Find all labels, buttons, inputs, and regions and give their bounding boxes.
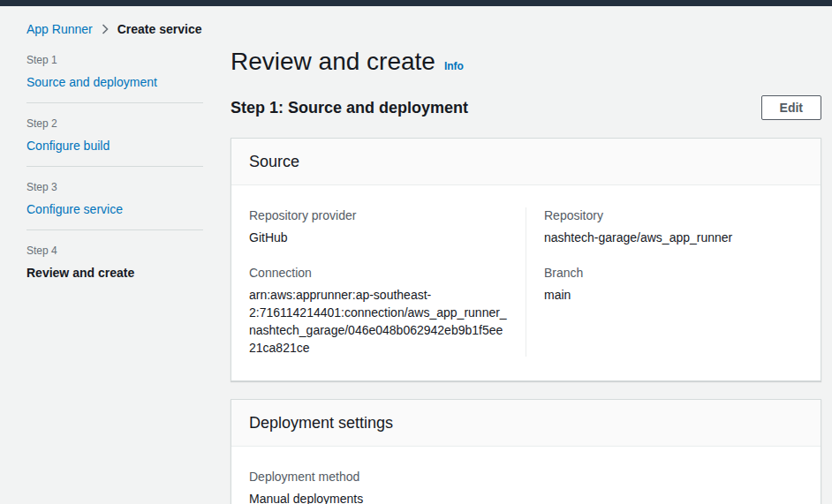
- source-card: Source Repository provider GitHub Connec…: [231, 138, 821, 381]
- step-number-label: Step 1: [26, 53, 203, 67]
- field-label: Branch: [544, 265, 803, 281]
- field-deployment-method: Deployment method Manual deployments: [249, 469, 803, 504]
- step-link-configure-service[interactable]: Configure service: [26, 200, 203, 218]
- source-card-body: Repository provider GitHub Connection ar…: [231, 185, 821, 380]
- main-content: Review and create Info Step 1: Source an…: [231, 20, 821, 504]
- divider: [26, 229, 203, 230]
- step-current-review-and-create: Review and create: [26, 264, 203, 282]
- step-number-label: Step 2: [26, 117, 203, 131]
- field-label: Deployment method: [249, 469, 803, 485]
- field-value: arn:aws:apprunner:ap-southeast-2:7161142…: [249, 286, 508, 357]
- field-repository: Repository nashtech-garage/aws_app_runne…: [544, 207, 803, 246]
- step1-review-header: Step 1: Source and deployment Edit: [231, 95, 821, 120]
- deployment-settings-card-body: Deployment method Manual deployments: [231, 447, 821, 504]
- source-card-column-1: Repository provider GitHub Connection ar…: [231, 207, 526, 357]
- field-value: nashtech-garage/aws_app_runner: [544, 229, 803, 246]
- section-heading: Step 1: Source and deployment: [231, 98, 468, 117]
- source-card-title: Source: [249, 152, 803, 171]
- deployment-settings-card-header: Deployment settings: [231, 400, 821, 447]
- wizard-steps-nav: Step 1 Source and deployment Step 2 Conf…: [26, 53, 203, 282]
- chevron-right-icon: [101, 24, 110, 34]
- deployment-settings-card: Deployment settings Deployment method Ma…: [231, 399, 821, 504]
- page-title: Review and create: [231, 47, 435, 77]
- wizard-sidebar: App Runner Create service Step 1 Source …: [26, 20, 231, 504]
- step-link-configure-build[interactable]: Configure build: [26, 137, 203, 154]
- field-value: main: [544, 286, 803, 304]
- deployment-settings-card-title: Deployment settings: [249, 413, 803, 433]
- wizard-step-2: Step 2 Configure build: [26, 117, 203, 154]
- step-number-label: Step 4: [26, 244, 203, 258]
- breadcrumb: App Runner Create service: [26, 20, 203, 38]
- field-label: Repository provider: [249, 207, 508, 223]
- source-card-column-2: Repository nashtech-garage/aws_app_runne…: [526, 207, 821, 357]
- info-link[interactable]: Info: [444, 60, 464, 72]
- wizard-step-4-current: Step 4 Review and create: [26, 244, 203, 282]
- step-link-source-and-deployment[interactable]: Source and deployment: [26, 73, 203, 91]
- divider: [26, 166, 203, 167]
- field-value: Manual deployments: [249, 490, 803, 504]
- field-repository-provider: Repository provider GitHub: [249, 207, 508, 246]
- field-value: GitHub: [249, 229, 508, 246]
- source-card-header: Source: [231, 139, 821, 185]
- divider: [26, 102, 203, 103]
- console-top-bar: [0, 0, 832, 6]
- page-title-row: Review and create Info: [231, 47, 821, 77]
- breadcrumb-current-create-service: Create service: [117, 20, 202, 38]
- step-number-label: Step 3: [26, 180, 203, 194]
- field-branch: Branch main: [544, 265, 803, 304]
- wizard-step-1: Step 1 Source and deployment: [26, 53, 203, 91]
- field-label: Repository: [544, 207, 803, 223]
- field-label: Connection: [249, 265, 508, 281]
- breadcrumb-link-app-runner[interactable]: App Runner: [26, 20, 93, 38]
- deployment-settings-column-1: Deployment method Manual deployments: [231, 469, 821, 504]
- field-connection: Connection arn:aws:apprunner:ap-southeas…: [249, 265, 508, 357]
- edit-button[interactable]: Edit: [761, 95, 821, 120]
- wizard-step-3: Step 3 Configure service: [26, 180, 203, 218]
- page-content: App Runner Create service Step 1 Source …: [0, 6, 832, 504]
